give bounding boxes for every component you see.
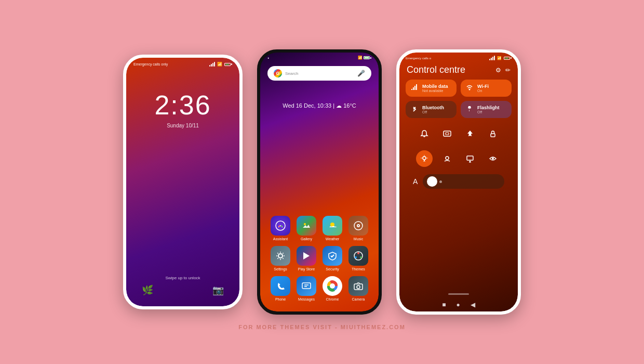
chrome-label: Chrome [326, 297, 339, 301]
messages-label: Messages [298, 297, 315, 301]
music-icon [348, 216, 368, 236]
svg-point-7 [358, 225, 359, 226]
battery-icon [224, 63, 232, 66]
nav-back[interactable]: ◀ [471, 301, 475, 308]
phone-label: Phone [275, 297, 286, 301]
flashlight-icon [466, 105, 473, 114]
security-icon [323, 246, 342, 266]
home-status-bar: ● 📶 [260, 53, 379, 63]
ctrl-icon-row-2 [406, 147, 512, 170]
brightness-label: A [413, 177, 418, 186]
wifi-tile-icon [466, 84, 473, 93]
app-music[interactable]: Music [346, 216, 371, 241]
brightness-slider[interactable] [423, 174, 504, 189]
ctrl-nav-bar: ■ ● ◀ [399, 297, 518, 311]
status-icons: 📶 [209, 62, 232, 67]
ctrl-tile-row-1: Mobile data Not available Wi-Fi On [406, 80, 512, 97]
svg-rect-12 [302, 283, 311, 289]
app-weather[interactable]: Weather [320, 216, 345, 241]
app-row-1: Assistant Gallery Weather [267, 216, 371, 241]
airplane-mode-icon[interactable] [462, 125, 478, 142]
music-label: Music [354, 237, 363, 241]
app-phone[interactable]: Phone [268, 276, 293, 301]
lock-icon[interactable] [485, 125, 501, 142]
phone-lock-screen: Emergency calls only 📶 [123, 55, 243, 309]
flashlight-name: Flashlight [477, 105, 500, 110]
lock-time: 2:36 Sunday 10/11 [126, 89, 239, 128]
screen-record-icon[interactable] [439, 125, 455, 142]
ctrl-edit-icon[interactable]: ✏ [505, 67, 511, 74]
settings-label: Settings [274, 267, 287, 271]
app-assistant[interactable]: Assistant [268, 216, 293, 241]
svg-point-10 [360, 256, 362, 258]
search-input[interactable]: Search [285, 71, 354, 76]
home-battery [364, 56, 371, 59]
svg-point-3 [304, 223, 306, 225]
svg-point-1 [278, 226, 280, 227]
notification-icon[interactable] [416, 125, 433, 142]
mic-icon[interactable]: 🎤 [357, 70, 365, 77]
svg-point-22 [446, 157, 449, 160]
bottom-right-icon: 📷 [212, 284, 224, 296]
eye-icon[interactable] [485, 150, 501, 167]
messages-icon [297, 276, 316, 296]
brightness-thumb [427, 176, 437, 187]
camera-label: Camera [352, 297, 365, 301]
swipe-to-unlock: Swipe up to unlock [165, 276, 200, 280]
settings-icon [271, 246, 290, 266]
themes-label: Themes [352, 267, 365, 271]
home-datetime: Wed 16 Dec, 10:33 | ☁ 16°C [260, 100, 379, 110]
app-chrome[interactable]: Chrome [320, 276, 345, 301]
weather-icon [323, 216, 342, 236]
svg-point-24 [492, 158, 494, 160]
app-row-2: Settings Play Store Securi [267, 246, 371, 271]
mobile-data-status: Not available [422, 89, 448, 93]
app-security[interactable]: Security [320, 246, 345, 271]
datetime-display: Wed 16 Dec, 10:33 | ☁ 16°C [283, 102, 356, 109]
bluetooth-status: Off [422, 110, 444, 114]
svg-point-9 [357, 252, 359, 254]
phone-icon [271, 276, 290, 296]
bluetooth-tile[interactable]: Bluetooth Off [406, 101, 457, 118]
app-camera[interactable]: Camera [346, 276, 371, 301]
svg-rect-19 [446, 133, 449, 135]
google-logo: G [274, 69, 282, 77]
wifi-tile-text: Wi-Fi On [477, 84, 489, 93]
phone-home-screen: ● 📶 G Search 🎤 [257, 49, 382, 315]
mobile-data-tile[interactable]: Mobile data Not available [406, 80, 457, 97]
gallery-icon [297, 216, 316, 236]
cast-icon[interactable] [462, 150, 478, 167]
clock-display: 2:36 [126, 89, 239, 121]
ctrl-emergency-text: Emergency calls o [406, 57, 431, 60]
camera-icon [348, 276, 368, 296]
svg-point-11 [355, 256, 357, 258]
flashlight-tile[interactable]: Flashlight Off [461, 101, 512, 118]
location-icon[interactable] [416, 150, 433, 167]
signal-icon [209, 62, 215, 67]
wifi-tile[interactable]: Wi-Fi On [461, 80, 512, 97]
assistant-icon [271, 216, 290, 236]
bluetooth-name: Bluetooth [422, 105, 444, 110]
nav-circle[interactable]: ● [457, 301, 460, 308]
ctrl-tile-row-2: Bluetooth Off Flashlight Off [406, 101, 512, 118]
nav-square[interactable]: ■ [442, 301, 446, 308]
lock-bottom-icons: 🌿 📷 [126, 284, 239, 296]
app-messages[interactable]: Messages [294, 276, 319, 301]
brightness-row: A [406, 172, 512, 191]
lock-screen-bg: Emergency calls only 📶 [126, 58, 239, 306]
wifi-icon: 📶 [217, 62, 222, 67]
playstore-label: Play Store [298, 267, 315, 271]
svg-point-16 [357, 285, 360, 289]
search-bar[interactable]: G Search 🎤 [267, 66, 371, 81]
app-themes[interactable]: Themes [346, 246, 371, 271]
app-settings[interactable]: Settings [268, 246, 293, 271]
app-gallery[interactable]: Gallery [294, 216, 319, 241]
ctrl-settings-icon[interactable]: ⚙ [495, 67, 501, 74]
svg-rect-18 [444, 131, 451, 136]
gallery-label: Gallery [301, 237, 312, 241]
privacy-icon[interactable] [439, 150, 455, 167]
app-playstore[interactable]: Play Store [294, 246, 319, 271]
home-wifi-icon: 📶 [358, 56, 363, 60]
app-grid: Assistant Gallery Weather [260, 216, 379, 311]
emergency-calls-text: Emergency calls only [133, 62, 168, 66]
